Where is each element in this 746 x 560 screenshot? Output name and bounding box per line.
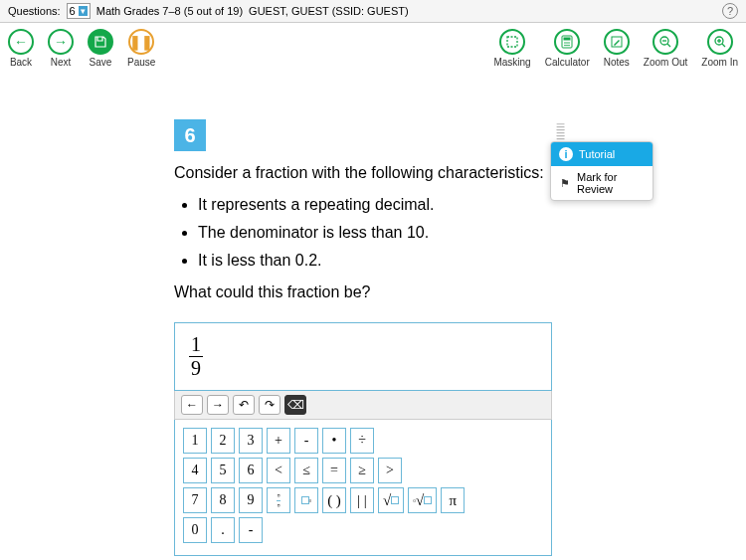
answer-area: 1 9 ← → ↶ ↷ ⌫ 123+-•÷ 456<≤=≥> 789▫▫▫( )… bbox=[174, 322, 552, 556]
key-<[interactable]: < bbox=[267, 458, 290, 483]
key-abs[interactable]: | | bbox=[350, 487, 374, 513]
bullet-item: The denominator is less than 10. bbox=[198, 221, 572, 245]
key-()[interactable]: ( ) bbox=[322, 487, 346, 513]
key-nroot[interactable]: ▫√ bbox=[408, 487, 437, 513]
calculator-label: Calculator bbox=[545, 57, 590, 68]
menu-mark-review[interactable]: ⚑ Mark for Review bbox=[551, 166, 653, 200]
masking-button[interactable]: Masking bbox=[493, 29, 530, 68]
keypad: 123+-•÷ 456<≤=≥> 789▫▫▫( )| |√▫√π 0.- bbox=[174, 420, 552, 556]
key-exp[interactable]: ▫ bbox=[294, 487, 318, 513]
key-5[interactable]: 5 bbox=[211, 458, 235, 483]
key-6[interactable]: 6 bbox=[239, 458, 263, 483]
numerator: 1 bbox=[189, 333, 203, 357]
key-π[interactable]: π bbox=[441, 487, 465, 513]
calculator-button[interactable]: Calculator bbox=[545, 29, 590, 68]
dropdown-arrow-icon: ▾ bbox=[79, 6, 88, 16]
question-prompt: What could this fraction be? bbox=[174, 280, 572, 304]
zoom-out-icon bbox=[653, 29, 678, 55]
cursor-right-button[interactable]: → bbox=[207, 395, 229, 415]
key-0[interactable]: 0 bbox=[183, 517, 207, 543]
menu-tutorial-label: Tutorial bbox=[579, 148, 615, 160]
notes-button[interactable]: Notes bbox=[604, 29, 630, 68]
menu-tutorial[interactable]: i Tutorial bbox=[551, 142, 653, 166]
next-label: Next bbox=[51, 57, 72, 68]
next-arrow-icon: → bbox=[48, 29, 74, 55]
redo-button[interactable]: ↷ bbox=[259, 395, 280, 415]
zoom-out-button[interactable]: Zoom Out bbox=[644, 29, 687, 68]
pause-button[interactable]: ❚❚ Pause bbox=[127, 29, 155, 68]
current-question-num: 6 bbox=[70, 5, 76, 17]
svg-rect-0 bbox=[507, 37, 517, 47]
question-selector[interactable]: 6 ▾ bbox=[67, 3, 91, 19]
help-icon[interactable]: ? bbox=[722, 3, 738, 19]
key-≥[interactable]: ≥ bbox=[350, 458, 374, 483]
zoom-out-label: Zoom Out bbox=[644, 57, 687, 68]
key-+[interactable]: + bbox=[267, 428, 290, 454]
zoom-in-icon bbox=[707, 29, 733, 55]
questions-label: Questions: bbox=[8, 5, 61, 17]
key-=[interactable]: = bbox=[322, 458, 346, 483]
question-text: Consider a fraction with the following c… bbox=[174, 161, 572, 304]
undo-button[interactable]: ↶ bbox=[233, 395, 255, 415]
menu-mark-label: Mark for Review bbox=[577, 171, 645, 195]
question-intro: Consider a fraction with the following c… bbox=[174, 161, 572, 185]
key-4[interactable]: 4 bbox=[183, 458, 207, 483]
key-7[interactable]: 7 bbox=[183, 487, 207, 513]
key-≤[interactable]: ≤ bbox=[294, 458, 318, 483]
key-2[interactable]: 2 bbox=[211, 428, 235, 454]
notes-label: Notes bbox=[604, 57, 630, 68]
user-info: GUEST, GUEST (SSID: GUEST) bbox=[249, 5, 409, 17]
answer-input[interactable]: 1 9 bbox=[174, 322, 552, 391]
back-label: Back bbox=[10, 57, 32, 68]
key-9[interactable]: 9 bbox=[239, 487, 263, 513]
key-3[interactable]: 3 bbox=[239, 428, 263, 454]
question-number-badge: 6 bbox=[174, 119, 206, 151]
svg-point-5 bbox=[568, 42, 570, 44]
back-button[interactable]: ← Back bbox=[8, 29, 34, 68]
key--[interactable]: - bbox=[239, 517, 263, 543]
key-8[interactable]: 8 bbox=[211, 487, 235, 513]
bullet-item: It is less than 0.2. bbox=[198, 249, 572, 273]
zoom-in-button[interactable]: Zoom In bbox=[701, 29, 738, 68]
key-dot[interactable]: . bbox=[211, 517, 235, 543]
test-title: Math Grades 7–8 (5 out of 19) bbox=[96, 5, 243, 17]
svg-line-14 bbox=[722, 44, 725, 47]
backspace-button[interactable]: ⌫ bbox=[284, 395, 306, 415]
next-button[interactable]: → Next bbox=[48, 29, 74, 68]
back-arrow-icon: ← bbox=[8, 29, 34, 55]
svg-point-7 bbox=[566, 45, 568, 47]
content-area: ≡≡≡ 6 i Tutorial ⚑ Mark for Review Consi… bbox=[0, 70, 746, 556]
key-frac[interactable]: ▫▫ bbox=[267, 487, 290, 513]
keypad-toolbar: ← → ↶ ↷ ⌫ bbox=[174, 391, 552, 420]
svg-point-8 bbox=[568, 45, 570, 47]
top-bar: Questions: 6 ▾ Math Grades 7–8 (5 out of… bbox=[0, 0, 746, 23]
svg-point-4 bbox=[566, 42, 568, 44]
save-icon bbox=[88, 29, 113, 55]
pause-label: Pause bbox=[127, 57, 155, 68]
key-sqrt[interactable]: √ bbox=[378, 487, 404, 513]
key-1[interactable]: 1 bbox=[183, 428, 207, 454]
question-bullets: It represents a repeating decimal. The d… bbox=[198, 193, 572, 273]
masking-icon bbox=[499, 29, 525, 55]
key--[interactable]: - bbox=[294, 428, 318, 454]
toolbar: ← Back → Next Save ❚❚ Pause Masking Calc… bbox=[0, 23, 746, 70]
cursor-left-button[interactable]: ← bbox=[181, 395, 203, 415]
notes-icon bbox=[604, 29, 630, 55]
flag-icon: ⚑ bbox=[559, 176, 571, 190]
key->[interactable]: > bbox=[378, 458, 402, 483]
fraction: 1 9 bbox=[189, 333, 203, 380]
zoom-in-label: Zoom In bbox=[701, 57, 738, 68]
key-÷[interactable]: ÷ bbox=[350, 428, 374, 454]
save-label: Save bbox=[90, 57, 112, 68]
pause-icon: ❚❚ bbox=[128, 29, 154, 55]
calculator-icon bbox=[554, 29, 580, 55]
key-•[interactable]: • bbox=[322, 428, 346, 454]
masking-label: Masking bbox=[493, 57, 530, 68]
bullet-item: It represents a repeating decimal. bbox=[198, 193, 572, 217]
denominator: 9 bbox=[189, 357, 203, 380]
save-button[interactable]: Save bbox=[88, 29, 113, 68]
svg-line-11 bbox=[667, 44, 670, 47]
svg-point-3 bbox=[564, 42, 566, 44]
svg-point-6 bbox=[564, 45, 566, 47]
context-menu: i Tutorial ⚑ Mark for Review bbox=[550, 141, 653, 201]
